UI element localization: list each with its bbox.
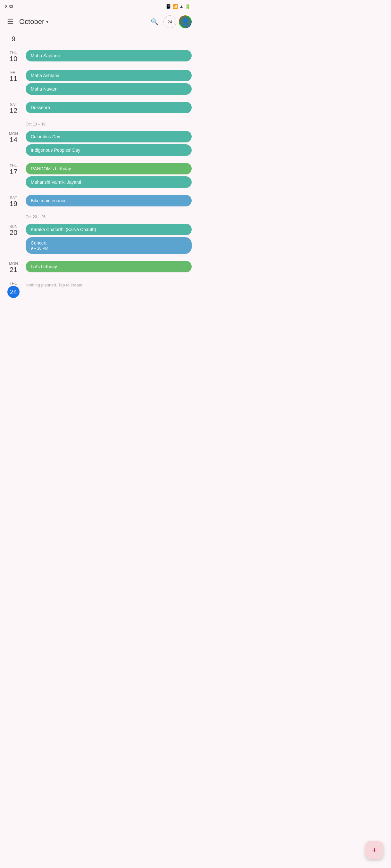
event-chip[interactable]: Bike maintenance: [26, 195, 192, 207]
day-number[interactable]: 14: [9, 136, 17, 144]
day-label: Mon21: [4, 260, 23, 274]
search-button[interactable]: 🔍: [148, 16, 161, 28]
events-column: Lol's birthday: [26, 260, 192, 272]
day-label: Thu17: [4, 162, 23, 176]
events-column: Columbus DayIndigenous Peoples' Day: [26, 130, 192, 156]
day-number[interactable]: 19: [9, 200, 17, 208]
day-number[interactable]: 10: [9, 55, 17, 63]
wifi-icon: 📶: [172, 4, 178, 9]
app-bar-actions: 🔍 24 👤: [148, 16, 192, 28]
events-column: Maha Saptami: [26, 49, 192, 61]
day-label: 9: [4, 34, 23, 43]
day-row: Thu24Nothing planned. Tap to create.: [0, 278, 196, 300]
battery-level-icon: 🔋: [185, 4, 190, 9]
day-label: Mon14: [4, 130, 23, 144]
day-label: Sun20: [4, 223, 23, 237]
events-column: RANDOM's birthdayMaharishi Valmiki Jayan…: [26, 162, 192, 188]
event-title: Dussehra: [31, 105, 187, 110]
chevron-down-icon[interactable]: ▾: [46, 19, 48, 24]
day-row: Fri11Maha AshtamiMaha Navami: [0, 67, 196, 97]
day-name: Mon: [9, 131, 18, 136]
day-name: Thu: [9, 51, 18, 55]
day-row: Mon14Columbus DayIndigenous Peoples' Day: [0, 128, 196, 158]
menu-button[interactable]: ☰: [4, 16, 17, 28]
day-row: 9: [0, 32, 196, 45]
events-column: [26, 34, 192, 35]
day-number[interactable]: 12: [9, 107, 17, 115]
day-row: Thu17RANDOM's birthdayMaharishi Valmiki …: [0, 160, 196, 190]
events-column: Karaka Chaturthi (Karva Chauth)Concert9 …: [26, 223, 192, 254]
event-title: Bike maintenance: [31, 198, 187, 203]
day-number[interactable]: 21: [9, 266, 17, 274]
event-chip[interactable]: Columbus Day: [26, 131, 192, 143]
event-title: Lol's birthday: [31, 264, 187, 269]
event-title: RANDOM's birthday: [31, 166, 187, 171]
day-name: Sat: [10, 102, 17, 107]
event-chip[interactable]: Maha Ashtami: [26, 70, 192, 81]
day-row: Sat12Dussehra: [0, 99, 196, 117]
event-title: Maharishi Valmiki Jayanti: [31, 180, 187, 185]
signal-icon: ▲: [179, 4, 184, 9]
event-title: Concert: [31, 240, 187, 246]
event-chip[interactable]: RANDOM's birthday: [26, 163, 192, 175]
week-range-header: Oct 13 – 19: [0, 117, 196, 128]
today-button[interactable]: 24: [163, 16, 176, 28]
event-title: Karaka Chaturthi (Karva Chauth): [31, 227, 187, 232]
day-row: Mon21Lol's birthday: [0, 258, 196, 276]
day-number[interactable]: 24: [7, 286, 20, 298]
event-chip[interactable]: Concert9 – 10 PM: [26, 237, 192, 254]
events-column: Bike maintenance: [26, 194, 192, 207]
day-row: Thu10Maha Saptami: [0, 48, 196, 65]
app-bar: ☰ October ▾ 🔍 24 👤: [0, 11, 196, 32]
week-range-header: Oct 20 – 26: [0, 210, 196, 221]
today-number: 24: [168, 20, 172, 24]
events-column: Maha AshtamiMaha Navami: [26, 69, 192, 95]
event-title: Columbus Day: [31, 134, 187, 139]
day-name: Sat: [10, 195, 17, 200]
day-number[interactable]: 20: [9, 229, 17, 237]
status-time: 8:33: [5, 4, 13, 9]
avatar[interactable]: 👤: [179, 16, 192, 28]
event-chip[interactable]: Karaka Chaturthi (Karva Chauth): [26, 224, 192, 235]
day-number[interactable]: 9: [11, 35, 16, 43]
status-icons: 📳 📶 ▲ 🔋: [166, 4, 190, 9]
day-row: Sun20Karaka Chaturthi (Karva Chauth)Conc…: [0, 221, 196, 256]
day-number[interactable]: 11: [9, 75, 17, 83]
status-bar: 8:33 📳 📶 ▲ 🔋: [0, 0, 196, 11]
event-chip[interactable]: Maha Navami: [26, 83, 192, 95]
events-column: Nothing planned. Tap to create.: [26, 280, 192, 287]
day-name: Thu: [9, 163, 18, 168]
hamburger-icon: ☰: [7, 18, 13, 26]
events-column: Dussehra: [26, 101, 192, 113]
event-chip[interactable]: Maharishi Valmiki Jayanti: [26, 176, 192, 188]
day-name: Mon: [9, 261, 18, 266]
event-title: Maha Ashtami: [31, 73, 187, 78]
day-name: Fri: [10, 70, 16, 75]
event-chip[interactable]: Lol's birthday: [26, 261, 192, 272]
event-chip[interactable]: Indigenous Peoples' Day: [26, 144, 192, 156]
search-icon: 🔍: [150, 18, 159, 26]
empty-day-text[interactable]: Nothing planned. Tap to create.: [26, 281, 192, 287]
day-label: Thu10: [4, 49, 23, 63]
event-chip[interactable]: Dussehra: [26, 102, 192, 113]
calendar-content: 9Thu10Maha SaptamiFri11Maha AshtamiMaha …: [0, 32, 196, 328]
event-title: Maha Navami: [31, 86, 187, 92]
day-label: Fri11: [4, 69, 23, 83]
day-name: Thu: [9, 281, 18, 286]
day-row: Sat19Bike maintenance: [0, 192, 196, 210]
event-time: 9 – 10 PM: [31, 246, 187, 251]
event-title: Maha Saptami: [31, 53, 187, 58]
day-label: Thu24: [4, 280, 23, 298]
day-number[interactable]: 17: [9, 168, 17, 176]
event-title: Indigenous Peoples' Day: [31, 148, 187, 153]
event-chip[interactable]: Maha Saptami: [26, 50, 192, 61]
month-title: October: [19, 18, 44, 26]
avatar-image: 👤: [179, 16, 191, 28]
day-label: Sat12: [4, 101, 23, 115]
day-name: Sun: [9, 224, 17, 229]
app-bar-title: October ▾: [19, 18, 145, 26]
battery-icon: 📳: [166, 4, 171, 9]
day-label: Sat19: [4, 194, 23, 208]
